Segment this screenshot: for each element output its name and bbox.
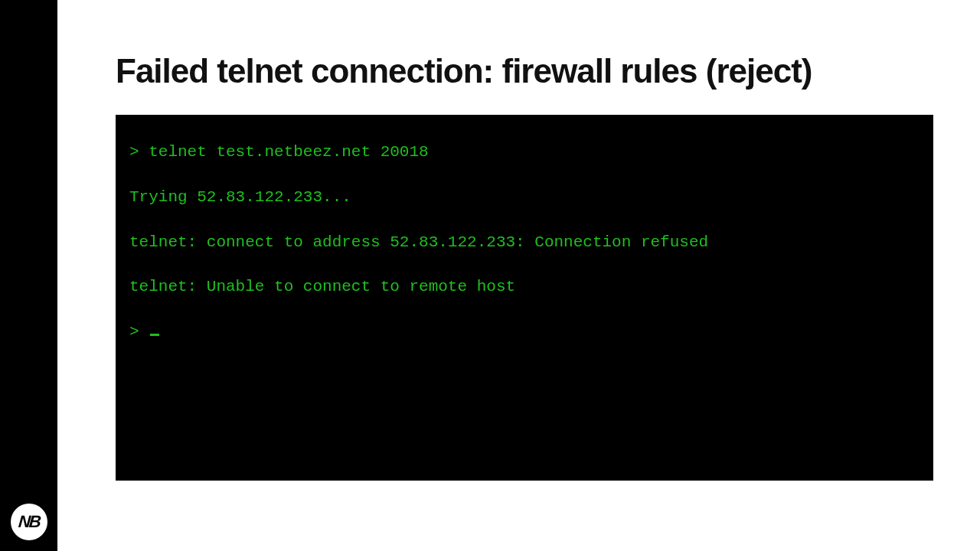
prompt-text: >	[129, 323, 149, 341]
slide-page: NB Failed telnet connection: firewall ru…	[0, 0, 980, 551]
terminal-line-output: telnet: connect to address 52.83.122.233…	[129, 220, 920, 266]
terminal-line-output: Trying 52.83.122.233...	[129, 175, 920, 220]
brand-logo-text: NB	[18, 512, 41, 532]
terminal-window: > telnet test.netbeez.net 20018 Trying 5…	[116, 115, 933, 481]
slide-title: Failed telnet connection: firewall rules…	[116, 52, 925, 90]
terminal-line-prompt: >	[129, 310, 920, 355]
cursor-icon	[150, 334, 159, 336]
terminal-line-output: telnet: Unable to connect to remote host	[129, 265, 920, 310]
slide-content: Failed telnet connection: firewall rules…	[57, 0, 980, 551]
terminal-line-command: > telnet test.netbeez.net 20018	[129, 130, 920, 175]
side-accent-bar: NB	[0, 0, 57, 551]
brand-logo: NB	[11, 504, 47, 540]
